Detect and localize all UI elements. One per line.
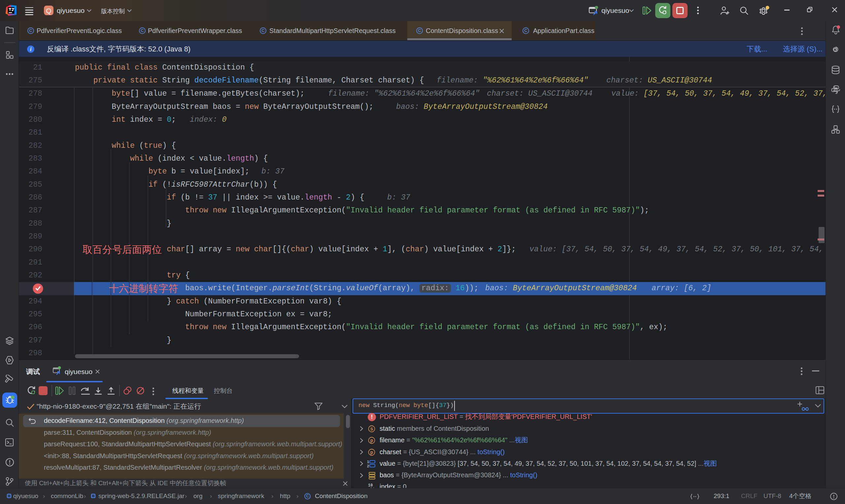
svg-text:p: p [370,438,373,443]
svg-text:p: p [370,450,373,455]
svg-text:1: 1 [367,460,369,464]
svg-text:2: 2 [367,464,369,468]
svg-text:S: S [370,427,373,431]
